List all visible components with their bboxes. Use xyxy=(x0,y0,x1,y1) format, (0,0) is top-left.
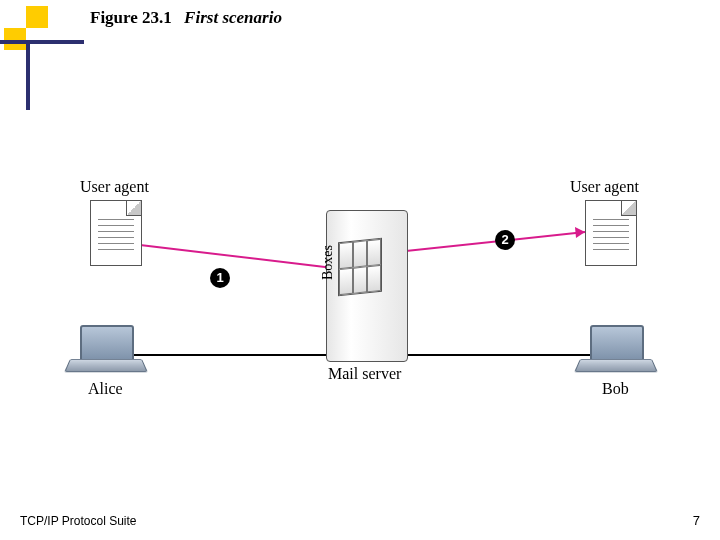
slide-header: Figure 23.1 First scenario xyxy=(0,0,720,55)
accent-bar xyxy=(26,40,30,110)
accent-bar xyxy=(0,40,84,44)
mailboxes-icon xyxy=(338,238,382,297)
accent-square-icon xyxy=(26,6,48,28)
page-number: 7 xyxy=(693,513,700,528)
document-icon xyxy=(585,200,637,266)
label-alice: Alice xyxy=(88,380,123,398)
label-user-agent-right: User agent xyxy=(570,178,639,196)
label-user-agent-left: User agent xyxy=(80,178,149,196)
accent-square-icon xyxy=(4,28,26,50)
figure-title: Figure 23.1 First scenario xyxy=(90,8,282,28)
figure-number: Figure 23.1 xyxy=(90,8,172,27)
document-icon xyxy=(90,200,142,266)
label-mail-server: Mail server xyxy=(328,365,401,383)
label-bob: Bob xyxy=(602,380,629,398)
diagram-canvas: User agent Alice User agent Bob Boxes Ma… xyxy=(50,170,670,420)
footer-text: TCP/IP Protocol Suite xyxy=(20,514,137,528)
document-lines-icon xyxy=(593,219,629,255)
label-boxes: Boxes xyxy=(320,245,336,280)
step-badge-2: 2 xyxy=(495,230,515,250)
laptop-icon xyxy=(70,325,140,375)
svg-line-2 xyxy=(140,245,350,270)
document-lines-icon xyxy=(98,219,134,255)
figure-caption: First scenario xyxy=(184,8,282,27)
svg-marker-7 xyxy=(575,227,585,238)
laptop-icon xyxy=(580,325,650,375)
step-badge-1: 1 xyxy=(210,268,230,288)
